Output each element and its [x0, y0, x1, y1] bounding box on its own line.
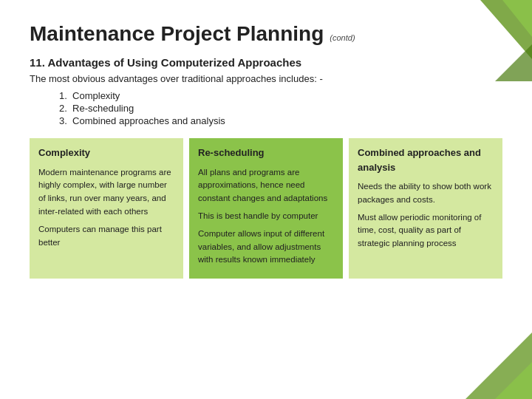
card-complexity-text1: Modern maintenance programs are highly c…: [38, 166, 174, 219]
card-rescheduling-text2: This is best handle by computer: [198, 210, 334, 223]
cards-container: Complexity Modern maintenance programs a…: [30, 138, 502, 279]
card-complexity-header: Complexity: [38, 146, 174, 160]
card-combined-header: Combined approaches and analysis: [358, 146, 494, 174]
list-item-1: 1. Complexity: [59, 90, 502, 101]
card-combined-text1: Needs the ability to show both work pack…: [358, 180, 494, 207]
card-complexity-text2: Computers can manage this part better: [38, 223, 174, 250]
page-title: Maintenance Project Planning: [30, 22, 324, 46]
list-number-2: 2.: [59, 103, 67, 114]
numbered-list: 1. Complexity 2. Re-scheduling 3. Combin…: [59, 90, 502, 126]
header: Maintenance Project Planning (contd): [30, 22, 502, 46]
card-rescheduling-text1: All plans and programs are approximation…: [198, 166, 334, 205]
card-complexity-body: Modern maintenance programs are highly c…: [38, 166, 174, 250]
card-combined: Combined approaches and analysis Needs t…: [349, 138, 502, 279]
list-number-1: 1.: [59, 90, 67, 101]
list-text-1: Complexity: [72, 90, 120, 101]
card-rescheduling-header: Re-scheduling: [198, 146, 334, 160]
card-complexity: Complexity Modern maintenance programs a…: [30, 138, 183, 279]
list-text-2: Re-scheduling: [72, 103, 134, 114]
list-item-3: 3. Combined approaches and analysis: [59, 115, 502, 126]
page: Maintenance Project Planning (contd) 11.…: [0, 0, 532, 399]
card-rescheduling: Re-scheduling All plans and programs are…: [189, 138, 343, 279]
section-heading: 11. Advantages of Using Computerized App…: [30, 56, 502, 69]
card-combined-body: Needs the ability to show both work pack…: [358, 180, 494, 250]
deco-bottom-right: [451, 332, 532, 399]
card-combined-text2: Must allow periodic monitoring of time, …: [358, 211, 494, 250]
list-number-3: 3.: [59, 115, 67, 126]
svg-marker-3: [466, 332, 532, 399]
svg-marker-4: [495, 362, 532, 399]
svg-marker-1: [502, 0, 532, 37]
list-text-3: Combined approaches and analysis: [72, 115, 225, 126]
page-title-contd: (contd): [330, 33, 355, 42]
intro-text: The most obvious advantages over traditi…: [30, 73, 502, 84]
card-rescheduling-text3: Computer allows input of different varia…: [198, 228, 334, 267]
list-item-2: 2. Re-scheduling: [59, 103, 502, 114]
card-rescheduling-body: All plans and programs are approximation…: [198, 166, 334, 267]
